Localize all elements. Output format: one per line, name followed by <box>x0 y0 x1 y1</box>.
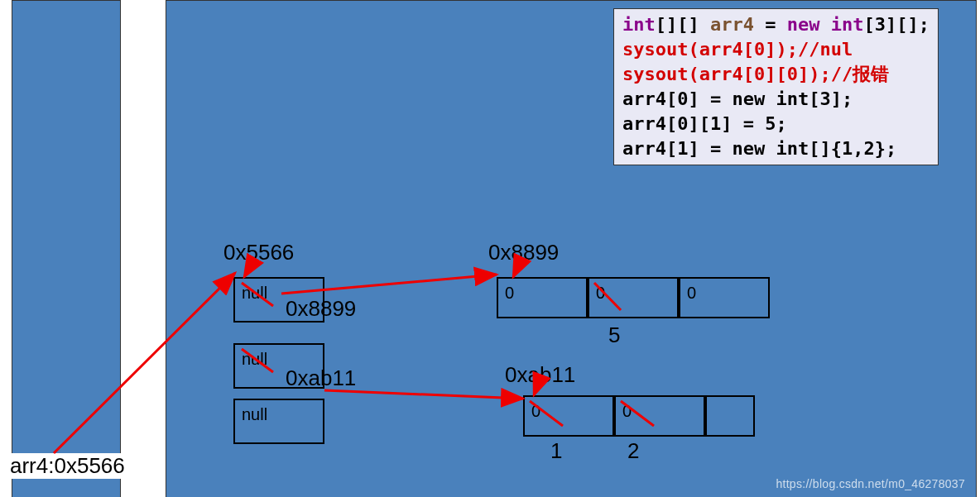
code-text: [3][]; <box>864 14 930 35</box>
row1-cell1-overwrite: 2 <box>627 438 639 464</box>
row1-cell-1: 0 <box>614 395 705 437</box>
code-snippet: int[][] arr4 = new int[3][]; sysout(arr4… <box>613 8 939 165</box>
row1-cell-extra <box>705 395 755 437</box>
arr4-cell-1: null <box>233 343 324 389</box>
code-error-line: sysout(arr4[0][0]);//报错 <box>622 64 889 84</box>
addr-arr4-label: 0x5566 <box>223 240 294 265</box>
row0-cell1-overwrite: 5 <box>608 323 620 348</box>
row0-cell-1: 0 <box>588 277 679 318</box>
code-line: arr4[0][1] = 5; <box>622 113 787 134</box>
code-var: arr4 <box>710 14 754 35</box>
addr-row0-label: 0x8899 <box>488 240 559 265</box>
code-text: = <box>754 14 787 35</box>
panel-left <box>12 0 121 497</box>
code-line: arr4[1] = new int[]{1,2}; <box>622 138 896 159</box>
arr4-cell-0: null <box>233 277 324 323</box>
addr-row1-label: 0xab11 <box>505 362 575 388</box>
arr4-cell-2: null <box>233 399 324 444</box>
code-kw: new int <box>787 14 864 35</box>
row0-cell-0: 0 <box>497 277 588 318</box>
code-error-line: sysout(arr4[0]);//nul <box>622 39 853 60</box>
code-text: [][] <box>656 14 710 35</box>
watermark: https://blog.csdn.net/m0_46278037 <box>776 477 965 490</box>
row1-cell-0: 0 <box>523 395 614 437</box>
row1-cell0-overwrite: 1 <box>550 438 562 464</box>
stack-var-label: arr4:0x5566 <box>8 453 127 479</box>
row0-cell-2: 0 <box>679 277 770 318</box>
code-line: arr4[0] = new int[3]; <box>622 88 853 109</box>
diagram-canvas: int[][] arr4 = new int[3][]; sysout(arr4… <box>0 0 980 497</box>
code-kw: int <box>622 14 656 35</box>
